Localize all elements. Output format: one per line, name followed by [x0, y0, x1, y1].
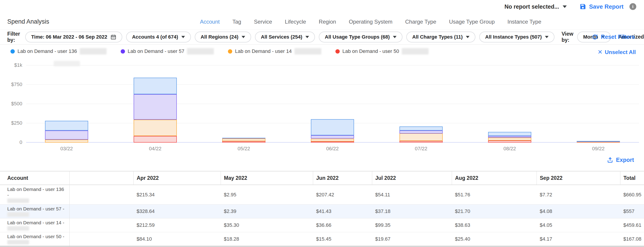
- legend-item-label: Lab on Demand - user 57: [128, 48, 184, 54]
- x-tick-label: 08/22: [492, 146, 528, 152]
- legend-color-dot: [121, 49, 125, 54]
- bar-segment[interactable]: [45, 140, 88, 143]
- reset-filters-button[interactable]: Reset Filters: [592, 34, 635, 40]
- filter-chip-accounts-4-of-674-[interactable]: Accounts 4 (of 674): [126, 31, 191, 42]
- bar-segment[interactable]: [311, 135, 354, 138]
- table-header-may-2022: May 2022: [221, 171, 313, 185]
- tab-instance-type[interactable]: Instance Type: [508, 19, 541, 25]
- legend-item-4[interactable]: Lab on Demand - user 50: [336, 48, 429, 54]
- bar-segment[interactable]: [134, 78, 177, 94]
- tab-charge-type[interactable]: Charge Type: [405, 19, 436, 25]
- legend-color-dot: [336, 49, 340, 54]
- table-row[interactable]: Lab on Demand - user 50 -$84.10$18.28$15…: [0, 232, 644, 247]
- save-report-label: Save Report: [589, 3, 624, 10]
- value-cell: $41.43: [313, 205, 372, 218]
- legend-item-label: Lab on Demand - user 50: [342, 48, 399, 54]
- x-tick-label: 06/22: [314, 146, 351, 152]
- value-cell: $19.67: [372, 232, 452, 247]
- filter-chip-all-regions-24-[interactable]: All Regions (24): [195, 31, 251, 42]
- value-cell: $21.70: [452, 205, 536, 218]
- chart-legend: Lab on Demand - user 136Lab on Demand - …: [0, 44, 644, 64]
- redacted-account-id: [7, 240, 29, 245]
- legend-items: Lab on Demand - user 136Lab on Demand - …: [10, 48, 428, 54]
- info-icon[interactable]: i: [630, 3, 636, 10]
- table-header-account: Account: [0, 171, 69, 185]
- legend-item-1[interactable]: Lab on Demand - user 136: [10, 48, 106, 54]
- caret-down-icon: [466, 36, 470, 38]
- unselect-all-button[interactable]: ✕ Unselect All: [598, 49, 636, 56]
- spacer-cell: [69, 205, 134, 218]
- bar-segment[interactable]: [45, 131, 88, 140]
- y-tick-label: $250: [0, 120, 22, 126]
- value-cell: $4.17: [536, 232, 620, 247]
- bar-segment[interactable]: [134, 94, 177, 120]
- value-cell: $167.08: [620, 232, 644, 247]
- y-tick-label: $1k: [0, 62, 22, 68]
- filter-bar: Filter by: Time: 06 Mar 2022 - 06 Sep 20…: [0, 29, 644, 44]
- tab-account[interactable]: Account: [200, 19, 220, 25]
- bar-segment[interactable]: [400, 131, 443, 133]
- legend-item-label: Lab on Demand - user 136: [18, 48, 77, 54]
- table-row[interactable]: Lab on Demand - user 57 -$328.64$2.39$41…: [0, 205, 644, 218]
- table-row[interactable]: Lab on Demand - user 14 -$212.59$35.30$3…: [0, 218, 644, 232]
- bar-segment[interactable]: [488, 138, 531, 141]
- bar-segment[interactable]: [400, 126, 443, 131]
- y-tick-label: $500: [0, 101, 22, 107]
- x-tick-label: 07/22: [403, 146, 439, 152]
- redacted-text: [402, 48, 428, 54]
- tab-service[interactable]: Service: [254, 19, 272, 25]
- bar-segment[interactable]: [222, 138, 266, 141]
- tab-lifecycle[interactable]: Lifecycle: [285, 19, 306, 25]
- bar-segment[interactable]: [311, 119, 354, 135]
- bar-segment[interactable]: [577, 141, 620, 142]
- header-row: Spend Analysis AccountTagServiceLifecycl…: [0, 13, 644, 29]
- bar-segment[interactable]: [488, 141, 531, 143]
- gridline-$750: [26, 84, 639, 85]
- tab-tag[interactable]: Tag: [232, 19, 241, 25]
- gridline-$500: [26, 104, 639, 104]
- tab-usage-type-group[interactable]: Usage Type Group: [449, 19, 495, 25]
- bar-segment[interactable]: [222, 141, 266, 143]
- filter-chip-all-charge-types-11-[interactable]: All Charge Types (11): [406, 31, 476, 42]
- bar-segment[interactable]: [400, 133, 443, 141]
- tab-operating-system[interactable]: Operating System: [349, 19, 392, 25]
- legend-item-3[interactable]: Lab on Demand - user 14: [228, 48, 321, 54]
- legend-color-dot: [228, 49, 232, 54]
- account-cell: Lab on Demand - user 14 -: [0, 218, 69, 232]
- value-cell: $15.45: [313, 232, 372, 247]
- filter-chip-time[interactable]: Time: 06 Mar 2022 - 06 Sep 2022: [25, 31, 122, 42]
- value-cell: $215.34: [134, 185, 221, 205]
- y-tick-label: $750: [0, 81, 22, 87]
- filter-chip-label: Accounts 4 (of 674): [132, 34, 178, 40]
- account-name: Lab on Demand - user 14 -: [7, 220, 67, 226]
- save-report-button[interactable]: Save Report: [580, 3, 624, 10]
- filter-chip-all-services-254-[interactable]: All Services (254): [255, 31, 315, 42]
- bar-segment[interactable]: [134, 120, 177, 136]
- value-cell: $2.39: [221, 205, 313, 218]
- bar-segment[interactable]: [134, 136, 177, 143]
- bar-segment[interactable]: [400, 141, 443, 143]
- filter-chip-all-usage-type-groups-68-[interactable]: All Usage Type Groups (68): [319, 31, 402, 42]
- y-tick-label: 0: [0, 139, 22, 145]
- account-cell: Lab on Demand - user 50 -: [0, 232, 69, 247]
- legend-item-2[interactable]: Lab on Demand - user 57: [121, 48, 214, 54]
- x-tick-label: 03/22: [48, 146, 85, 152]
- bar-segment[interactable]: [222, 138, 266, 138]
- bar-segment[interactable]: [45, 121, 88, 131]
- bar-segment[interactable]: [311, 141, 354, 143]
- x-tick-label: 09/22: [580, 146, 616, 152]
- bar-segment[interactable]: [488, 136, 531, 138]
- export-button[interactable]: Export: [607, 157, 634, 163]
- value-cell: $207.42: [313, 185, 372, 205]
- bar-segment[interactable]: [311, 139, 354, 141]
- filter-chip-all-instance-types-507-[interactable]: All Instance Types (507): [479, 31, 554, 42]
- account-name: Lab on Demand - user 57 -: [7, 206, 67, 212]
- spend-bar-chart: $1k$750$500$2500 03/2204/2205/2206/2207/…: [0, 61, 644, 154]
- bar-segment[interactable]: [488, 132, 531, 136]
- filter-chip-label: Time: 06 Mar 2022 - 06 Sep 2022: [31, 34, 107, 40]
- table-header-jun-2022: Jun 2022: [313, 171, 372, 185]
- tab-region[interactable]: Region: [319, 19, 336, 25]
- report-selector-dropdown[interactable]: No report selected...: [504, 3, 567, 10]
- table-row[interactable]: Lab on Demand - user 136 -$215.34$2.95$2…: [0, 185, 644, 205]
- page-title: Spend Analysis: [7, 18, 49, 25]
